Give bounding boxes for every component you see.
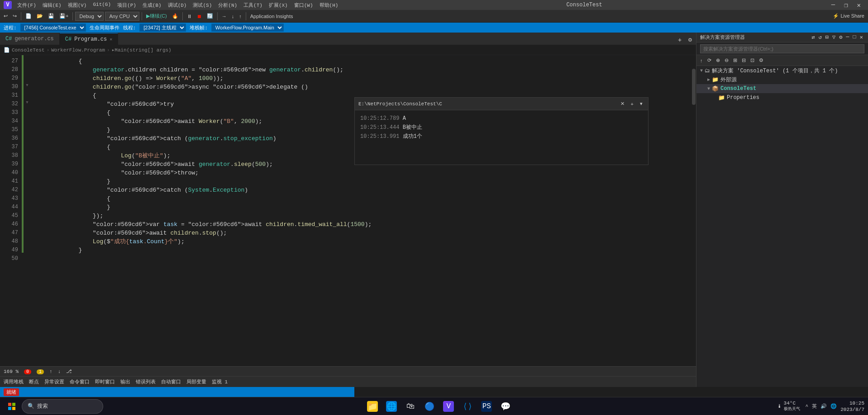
stop-button[interactable]: ⏹ xyxy=(195,13,204,20)
taskbar-app-folder[interactable]: 📁 xyxy=(363,397,382,415)
lang-indicator[interactable]: 英 xyxy=(812,403,817,410)
sidebar-float-button[interactable]: □ xyxy=(852,33,858,41)
menu-view[interactable]: 视图(V) xyxy=(65,1,90,9)
close-button[interactable]: ✕ xyxy=(854,1,864,9)
restore-button[interactable]: ❐ xyxy=(840,1,851,9)
save-all-button[interactable]: 💾+ xyxy=(57,12,70,20)
tree-external[interactable]: ▶ 📁 外部源 xyxy=(696,75,868,84)
menu-build[interactable]: 生成(B) xyxy=(140,1,164,9)
menu-analyze[interactable]: 分析(N) xyxy=(215,1,240,9)
menu-help[interactable]: 帮助(H) xyxy=(317,1,341,9)
tab-command[interactable]: 命令窗口 xyxy=(70,378,90,385)
start-button[interactable] xyxy=(4,398,20,415)
breadcrumb-method[interactable]: ▸Main(string[] args) xyxy=(112,47,172,53)
tree-properties[interactable]: 📁 Properties xyxy=(696,93,868,102)
sidebar-tool-btn-6[interactable]: ⊟ xyxy=(740,57,748,64)
new-file-button[interactable]: 📄 xyxy=(24,12,33,20)
project-arrow[interactable]: ▼ xyxy=(707,86,710,91)
tab-program-close[interactable]: ✕ xyxy=(110,37,112,42)
tree-project[interactable]: ▼ 📦 ConsoleTest xyxy=(696,84,868,93)
tab-callstack[interactable]: 调用堆栈 xyxy=(4,378,24,385)
sidebar-tool-btn-3[interactable]: ⊕ xyxy=(714,57,722,64)
code-line-43[interactable]: { xyxy=(33,194,692,203)
menu-git[interactable]: Git(G) xyxy=(90,1,114,9)
undo-button[interactable]: ↩ xyxy=(2,12,10,20)
tree-solution[interactable]: ▼ 🗂 解决方案 'ConsoleTest' (1 个项目，共 1 个) xyxy=(696,66,868,75)
menu-extensions[interactable]: 扩展(X) xyxy=(266,1,291,9)
menu-debug[interactable]: 调试(D) xyxy=(165,1,190,9)
menu-edit[interactable]: 编辑(E) xyxy=(40,1,64,9)
tab-immediate[interactable]: 即时窗口 xyxy=(95,378,115,385)
tab-errorlist[interactable]: 错误列表 xyxy=(136,378,156,385)
taskbar-app-chat[interactable]: 💬 xyxy=(496,397,515,415)
code-line-46[interactable]: "color:#569cd6">var task = "color:#569cd… xyxy=(33,220,692,229)
taskbar-search[interactable]: 🔍 搜索 xyxy=(22,399,103,414)
taskbar-app-terminal[interactable]: PS xyxy=(477,397,496,415)
minimize-button[interactable]: ─ xyxy=(828,1,839,9)
terminal-chevron[interactable]: ▾ xyxy=(638,100,644,108)
sidebar-refresh-button[interactable]: ↺ xyxy=(817,33,823,41)
clock[interactable]: 10:25 2023/8/7 xyxy=(840,400,864,413)
menu-window[interactable]: 窗口(W) xyxy=(291,1,316,9)
solution-arrow[interactable]: ▼ xyxy=(700,68,703,73)
volume-icon[interactable]: 🔊 xyxy=(820,403,827,409)
sidebar-search-input[interactable] xyxy=(700,44,864,53)
nav-up[interactable]: ↑ xyxy=(49,369,52,374)
code-line-45[interactable]: }); xyxy=(33,212,692,220)
process-dropdown[interactable]: [7456] ConsoleTest.exe xyxy=(20,24,86,32)
tab-exceptions[interactable]: 异常设置 xyxy=(44,378,64,385)
terminal-new-tab[interactable]: + xyxy=(629,100,635,108)
stack-dropdown[interactable]: WorkerFlow.Program.Main xyxy=(211,24,284,32)
code-line-49[interactable]: } xyxy=(33,246,692,255)
thread-dropdown[interactable]: [23472] 主线程 xyxy=(139,24,186,32)
pause-button[interactable]: ⏸ xyxy=(185,13,194,20)
sidebar-sync-button[interactable]: ⇄ xyxy=(810,33,816,41)
menu-tools[interactable]: 工具(T) xyxy=(241,1,265,9)
sidebar-tool-btn-5[interactable]: ⊞ xyxy=(731,57,739,64)
sidebar-tool-btn-8[interactable]: ⚙ xyxy=(757,57,765,64)
sidebar-collapse-button[interactable]: ⊟ xyxy=(824,33,830,41)
menu-file[interactable]: 文件(F) xyxy=(14,1,39,9)
code-line-29[interactable]: children.go(() => Worker("A", 1000)); xyxy=(33,74,692,83)
breadcrumb-namespace[interactable]: ConsoleTest xyxy=(12,47,45,53)
open-button[interactable]: 📂 xyxy=(35,12,45,20)
step-into-button[interactable]: ↓ xyxy=(230,13,236,20)
redo-button[interactable]: ↪ xyxy=(11,12,19,20)
app-insights-button[interactable]: Application Insights xyxy=(248,13,295,20)
sidebar-tool-btn-7[interactable]: ⊡ xyxy=(749,57,756,64)
scroll-thumb[interactable] xyxy=(692,69,696,105)
tab-auto[interactable]: 自动窗口 xyxy=(161,378,181,385)
code-line-40[interactable]: "color:#569cd6">throw; xyxy=(33,169,692,177)
run-button[interactable]: ▶ 继续(C) xyxy=(144,12,168,20)
network-icon[interactable]: 🌐 xyxy=(830,403,837,409)
code-line-50[interactable] xyxy=(33,255,692,263)
step-out-button[interactable]: ↑ xyxy=(237,13,243,20)
tab-generator[interactable]: C# generator.cs xyxy=(0,33,60,45)
code-line-27[interactable]: { xyxy=(33,57,692,66)
systray-chevron[interactable]: ^ xyxy=(806,404,809,409)
menu-test[interactable]: 测试(S) xyxy=(190,1,215,9)
step-over-button[interactable]: → xyxy=(220,13,229,20)
live-share-button[interactable]: ⚡ Live Share xyxy=(831,12,866,20)
scrollbar[interactable] xyxy=(692,55,696,366)
git-branch-icon[interactable]: ⎇ xyxy=(66,368,72,374)
tab-program[interactable]: C# Program.cs ✕ xyxy=(60,33,118,45)
terminal-tab[interactable]: E:\NetProjects\ConsoleTest\C xyxy=(358,101,442,107)
sidebar-tool-btn-4[interactable]: ⊖ xyxy=(723,57,730,64)
code-line-47[interactable]: "color:#569cd6">await children.stop(); xyxy=(33,229,692,237)
sidebar-tool-btn-2[interactable]: ⟳ xyxy=(706,57,713,64)
tab-breakpoints[interactable]: 断点 xyxy=(29,378,39,385)
sidebar-tool-btn-1[interactable]: ↑ xyxy=(698,57,705,64)
code-line-28[interactable]: generator.children children = "color:#56… xyxy=(33,66,692,74)
taskbar-app-edge[interactable]: 🔵 xyxy=(420,397,439,415)
build-config-dropdown[interactable]: Debug xyxy=(75,12,104,21)
sidebar-settings-button[interactable]: ⚙ xyxy=(838,33,844,41)
sidebar-minimize-button[interactable]: — xyxy=(844,33,850,41)
taskbar-app-browser[interactable]: 🌐 xyxy=(382,397,401,415)
zoom-level[interactable]: 169 % xyxy=(4,369,19,374)
nav-down[interactable]: ↓ xyxy=(58,369,61,374)
restart-button[interactable]: 🔄 xyxy=(205,12,215,20)
code-line-30[interactable]: children.go("color:#569cd6">async "color… xyxy=(33,83,692,91)
sidebar-close-button[interactable]: ✕ xyxy=(858,33,864,41)
platform-dropdown[interactable]: Any CPU xyxy=(105,12,139,21)
